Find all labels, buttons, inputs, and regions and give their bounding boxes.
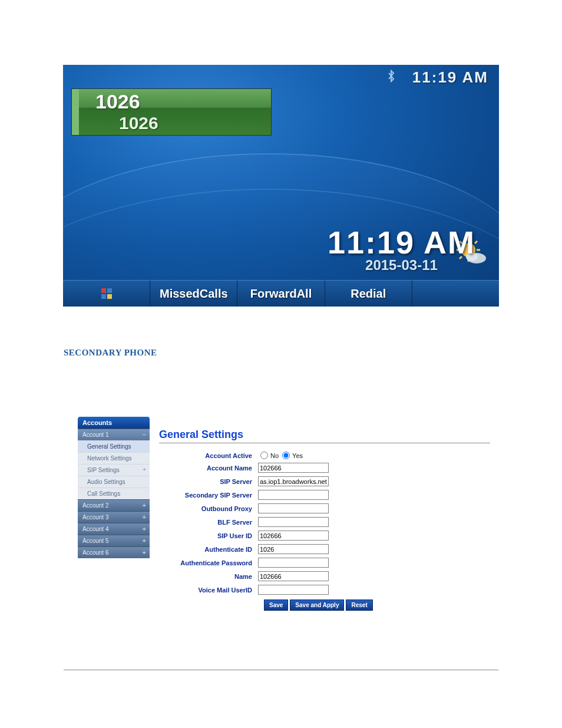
line-highlight [72,89,79,135]
sidebar-account-6-label: Account 6 [82,549,108,556]
nav-network-settings[interactable]: Network Settings [78,452,150,464]
expand-icon: + [143,513,146,521]
row-authenticate-id: Authenticate ID [159,544,490,554]
label-sip-server: SIP Server [159,478,258,485]
collapse-icon: − [143,431,146,438]
input-sip-user-id[interactable] [258,531,329,541]
softkey-forward-all[interactable]: ForwardAll [237,280,325,307]
radio-no-label: No [270,452,279,459]
content-title: General Settings [159,429,490,443]
clock-time: 11:19 AM [328,224,475,261]
input-voice-mail-userid[interactable] [258,585,329,595]
sidebar-account-2-label: Account 2 [82,502,108,509]
expand-icon: + [143,537,146,544]
label-voice-mail-userid: Voice Mail UserID [159,587,258,594]
settings-content: General Settings Account Active No Yes A… [159,429,490,611]
sidebar-account-3[interactable]: Account 3+ [78,511,150,523]
save-and-apply-button[interactable]: Save and Apply [290,599,344,611]
clock-widget: 11:19 AM 2015-03-11 [328,224,475,274]
row-account-active: Account Active No Yes [159,452,490,459]
web-admin-panel: Accounts Account 1 − General Settings Ne… [78,417,490,611]
input-name[interactable] [258,571,329,581]
radio-yes-label: Yes [292,452,303,459]
field-account-active: No Yes [258,452,303,459]
sidebar-account-4-label: Account 4 [82,526,108,532]
row-secondary-sip-server: Secondary SIP Server [159,490,490,500]
apps-icon [101,288,112,299]
input-account-name[interactable] [258,463,329,473]
section-heading: SECONDARY PHONE [64,348,562,358]
reset-button[interactable]: Reset [346,599,372,611]
label-account-name: Account Name [159,465,258,472]
label-authenticate-id: Authenticate ID [159,546,258,553]
phone-idle-screen: 11:19 AM 1026 1026 11:19 AM 2015-03-11 M… [63,65,499,307]
label-name: Name [159,573,258,580]
label-sip-user-id: SIP User ID [159,532,258,539]
sidebar-account-5[interactable]: Account 5+ [78,535,150,546]
line-label: 1026 [72,113,271,133]
input-sip-server[interactable] [258,476,329,486]
button-row: Save Save and Apply Reset [264,599,490,611]
line-number: 1026 [72,89,271,113]
input-authenticate-password[interactable] [258,558,329,568]
nav-call-settings[interactable]: Call Settings [78,487,150,499]
expand-icon: + [143,549,146,556]
label-authenticate-password: Authenticate Password [159,559,258,566]
sidebar-account-6[interactable]: Account 6+ [78,546,150,558]
row-voice-mail-userid: Voice Mail UserID [159,585,490,595]
row-sip-server: SIP Server [159,476,490,486]
radio-account-active-no[interactable] [260,452,268,459]
sidebar-heading: Accounts [78,417,150,429]
sidebar-account-2[interactable]: Account 2+ [78,499,150,511]
save-button[interactable]: Save [264,599,288,611]
label-secondary-sip-server: Secondary SIP Server [159,492,258,499]
row-outbound-proxy: Outbound Proxy [159,503,490,513]
softkey-empty[interactable] [412,280,499,307]
line-key-1[interactable]: 1026 1026 [71,88,272,136]
nav-general-settings[interactable]: General Settings [78,440,150,452]
sidebar-account-4[interactable]: Account 4+ [78,523,150,535]
softkey-missed-calls[interactable]: MissedCalls [150,280,237,307]
expand-icon: + [143,466,146,473]
label-account-active: Account Active [159,452,258,459]
row-sip-user-id: SIP User ID [159,531,490,541]
radio-account-active-yes[interactable] [282,452,290,459]
sidebar-account-3-label: Account 3 [82,514,108,521]
label-blf-server: BLF Server [159,519,258,526]
row-name: Name [159,571,490,581]
sidebar-account-1[interactable]: Account 1 − [78,429,150,440]
softkey-apps[interactable] [63,280,150,307]
nav-sip-settings-label: SIP Settings [87,467,120,473]
sidebar-account-1-label: Account 1 [82,431,108,438]
softkey-redial[interactable]: Redial [325,280,412,307]
softkey-bar: MissedCalls ForwardAll Redial [63,280,499,307]
footer-divider [64,670,498,670]
row-authenticate-password: Authenticate Password [159,558,490,568]
status-time: 11:19 AM [412,68,488,87]
input-blf-server[interactable] [258,517,329,527]
account-1-submenu: General Settings Network Settings SIP Se… [78,440,150,499]
status-bar: 11:19 AM [386,68,488,87]
nav-audio-settings[interactable]: Audio Settings [78,476,150,487]
accounts-sidebar: Account 1 − General Settings Network Set… [78,429,150,558]
input-outbound-proxy[interactable] [258,503,329,513]
input-authenticate-id[interactable] [258,544,329,554]
row-account-name: Account Name [159,463,490,473]
expand-icon: + [143,502,146,509]
sidebar-account-5-label: Account 5 [82,538,108,544]
label-outbound-proxy: Outbound Proxy [159,505,258,512]
expand-icon: + [143,525,146,532]
bluetooth-icon [386,70,396,85]
nav-sip-settings[interactable]: SIP Settings + [78,464,150,476]
input-secondary-sip-server[interactable] [258,490,329,500]
row-blf-server: BLF Server [159,517,490,527]
